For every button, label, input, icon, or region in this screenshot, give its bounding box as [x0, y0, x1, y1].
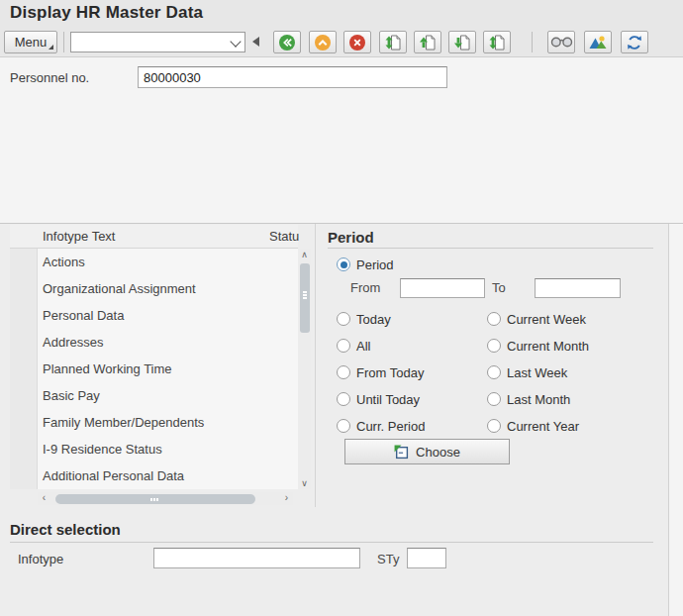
- radio-from-today[interactable]: [337, 365, 350, 379]
- menu-button-label: Menu: [15, 35, 48, 50]
- vertical-scrollbar-thumb[interactable]: [300, 263, 310, 333]
- scroll-down-icon[interactable]: ∨: [298, 477, 311, 489]
- infotype-text-column-header: Infotype Text: [43, 229, 115, 244]
- list-horizontal-scrollbar[interactable]: ‹ ›: [38, 492, 293, 505]
- choose-button[interactable]: Choose: [344, 439, 510, 464]
- refresh-icon: [626, 34, 643, 51]
- previous-page-icon: [419, 34, 437, 51]
- from-label: From: [350, 280, 380, 295]
- direct-selection-title: Direct selection: [10, 521, 121, 538]
- cancel-icon: [348, 34, 366, 51]
- radio-current-month[interactable]: [487, 339, 501, 353]
- cancel-button[interactable]: [343, 31, 371, 53]
- refresh-button[interactable]: [621, 31, 648, 53]
- row-selector-column[interactable]: [10, 249, 38, 489]
- radio-current-year[interactable]: [487, 419, 501, 433]
- last-page-icon: [488, 34, 506, 51]
- command-input[interactable]: [71, 33, 233, 51]
- overview-button[interactable]: [584, 31, 612, 53]
- command-field[interactable]: [70, 32, 245, 52]
- to-date-input[interactable]: [535, 278, 621, 298]
- list-item-personal-data[interactable]: Personal Data: [38, 302, 298, 329]
- infotype-list: Actions Organizational Assignment Person…: [38, 249, 298, 489]
- glasses-icon: [550, 36, 573, 49]
- from-date-input[interactable]: [400, 278, 485, 298]
- tabstrip: Basic Personal Data Payroll Benefits Tim…: [0, 194, 683, 224]
- radio-last-week[interactable]: [487, 365, 501, 379]
- list-item-additional-personal-data[interactable]: Additional Personal Data: [38, 462, 298, 489]
- direct-selection-rule: [10, 542, 653, 543]
- list-vertical-scrollbar[interactable]: ∧ ∨: [298, 249, 311, 489]
- first-page-icon: [384, 34, 402, 51]
- collapse-toolbar-icon[interactable]: [252, 37, 259, 47]
- title-bar: Display HR Master Data: [0, 0, 683, 28]
- exit-icon: [314, 34, 332, 51]
- infotype-list-header: Infotype Text Statu: [10, 225, 298, 249]
- exit-button[interactable]: [309, 31, 337, 53]
- next-page-icon: [453, 34, 471, 51]
- back-icon: [278, 34, 296, 51]
- toolbar-separator: [532, 32, 533, 52]
- personnel-no-label: Personnel no.: [10, 70, 89, 85]
- period-group-rule: [328, 248, 653, 249]
- previous-page-button[interactable]: [414, 31, 441, 53]
- display-button[interactable]: [547, 31, 575, 53]
- back-button[interactable]: [273, 31, 301, 53]
- thumb-grip: [153, 498, 155, 501]
- radio-today[interactable]: [337, 312, 350, 326]
- period-group-title: Period: [328, 229, 374, 246]
- list-item-basic-pay[interactable]: Basic Pay: [38, 382, 298, 409]
- radio-curr-period[interactable]: [337, 419, 350, 433]
- page-title: Display HR Master Data: [10, 3, 203, 23]
- menu-button[interactable]: Menu: [4, 31, 57, 53]
- toolbar-separator: [63, 32, 64, 52]
- infotype-label: Infotype: [18, 552, 63, 566]
- mountains-icon: [589, 35, 607, 50]
- next-page-button[interactable]: [448, 31, 476, 53]
- sap-window: Display HR Master Data Menu: [0, 0, 683, 616]
- radio-current-week[interactable]: [487, 312, 501, 326]
- list-item-i9-residence-status[interactable]: I-9 Residence Status: [38, 436, 298, 462]
- subtype-input[interactable]: [407, 548, 446, 568]
- list-item-actions[interactable]: Actions: [38, 249, 298, 275]
- first-page-button[interactable]: [379, 31, 407, 53]
- to-label: To: [492, 280, 506, 295]
- status-column-header: Statu: [269, 229, 299, 244]
- list-item-addresses[interactable]: Addresses: [38, 329, 298, 356]
- personnel-no-input[interactable]: [138, 66, 447, 88]
- horizontal-scrollbar-thumb[interactable]: [55, 494, 255, 504]
- panel-splitter[interactable]: [315, 224, 316, 507]
- radio-all[interactable]: [337, 339, 350, 353]
- right-margin: [668, 224, 683, 616]
- radio-period[interactable]: [337, 257, 350, 271]
- choose-button-label: Choose: [416, 445, 460, 460]
- scroll-right-icon[interactable]: ›: [280, 492, 293, 505]
- infotype-input[interactable]: [153, 548, 360, 568]
- list-item-organizational-assignment[interactable]: Organizational Assignment: [38, 275, 298, 302]
- radio-until-today[interactable]: [337, 392, 350, 406]
- scroll-up-icon[interactable]: ∧: [298, 249, 311, 260]
- subtype-label: STy: [377, 552, 399, 566]
- toolbar: Menu: [0, 28, 683, 57]
- scroll-left-icon[interactable]: ‹: [38, 492, 50, 505]
- list-item-planned-working-time[interactable]: Planned Working Time: [38, 356, 298, 382]
- choose-period-icon: [394, 445, 409, 460]
- thumb-grip: [303, 294, 307, 296]
- list-item-family-member-dependents[interactable]: Family Member/Dependents: [38, 409, 298, 436]
- menu-arrow-icon: [49, 45, 53, 50]
- last-page-button[interactable]: [483, 31, 511, 53]
- radio-last-month[interactable]: [487, 392, 501, 406]
